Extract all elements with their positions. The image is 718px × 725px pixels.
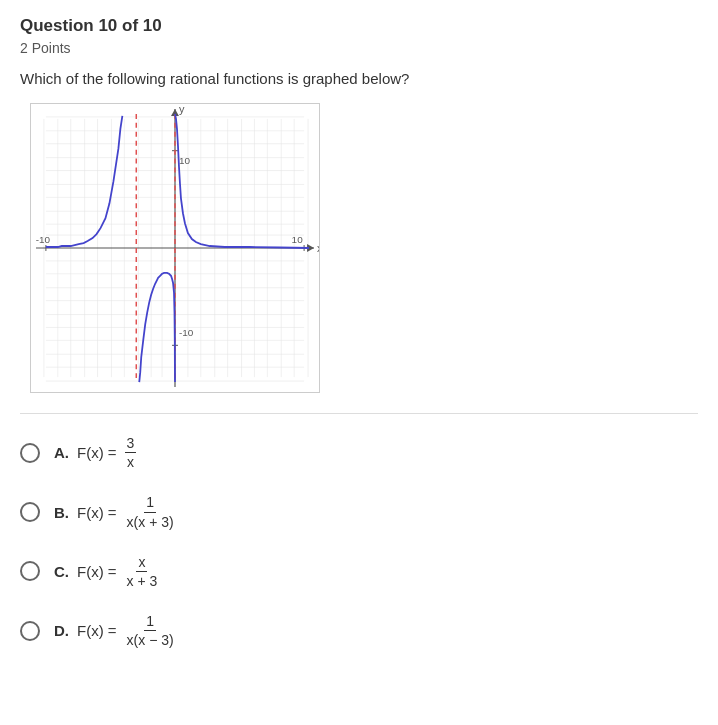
option-a-fraction: 3 x bbox=[125, 434, 137, 471]
svg-text:-10: -10 bbox=[36, 234, 51, 245]
x-axis-label: x bbox=[317, 242, 319, 254]
option-c-fraction: x x + 3 bbox=[125, 553, 160, 590]
question-header: Question 10 of 10 bbox=[20, 16, 698, 36]
option-d-label: D. bbox=[54, 622, 69, 639]
svg-text:10: 10 bbox=[179, 155, 191, 166]
option-d-fraction: 1 x(x − 3) bbox=[125, 612, 176, 649]
radio-d[interactable] bbox=[20, 621, 40, 641]
question-text: Which of the following rational function… bbox=[20, 70, 698, 87]
radio-c[interactable] bbox=[20, 561, 40, 581]
answer-options: A. F(x) = 3 x B. F(x) = 1 x(x + 3) C. F(… bbox=[20, 434, 698, 650]
svg-text:10: 10 bbox=[292, 234, 304, 245]
option-b-fraction: 1 x(x + 3) bbox=[125, 493, 176, 530]
option-b-fx: F(x) = 1 x(x + 3) bbox=[77, 493, 176, 530]
radio-a[interactable] bbox=[20, 443, 40, 463]
option-b-label: B. bbox=[54, 504, 69, 521]
graph-container: x y -10 10 10 -10 bbox=[30, 103, 320, 393]
option-b[interactable]: B. F(x) = 1 x(x + 3) bbox=[20, 493, 698, 530]
section-divider bbox=[20, 413, 698, 414]
option-a-label: A. bbox=[54, 444, 69, 461]
option-c[interactable]: C. F(x) = x x + 3 bbox=[20, 553, 698, 590]
y-axis-label: y bbox=[179, 104, 185, 115]
radio-b[interactable] bbox=[20, 502, 40, 522]
option-a-fx: F(x) = 3 x bbox=[77, 434, 136, 471]
option-c-fx: F(x) = x x + 3 bbox=[77, 553, 159, 590]
option-d-fx: F(x) = 1 x(x − 3) bbox=[77, 612, 176, 649]
option-a[interactable]: A. F(x) = 3 x bbox=[20, 434, 698, 471]
option-d[interactable]: D. F(x) = 1 x(x − 3) bbox=[20, 612, 698, 649]
question-points: 2 Points bbox=[20, 40, 698, 56]
svg-text:-10: -10 bbox=[179, 327, 194, 338]
option-c-label: C. bbox=[54, 563, 69, 580]
